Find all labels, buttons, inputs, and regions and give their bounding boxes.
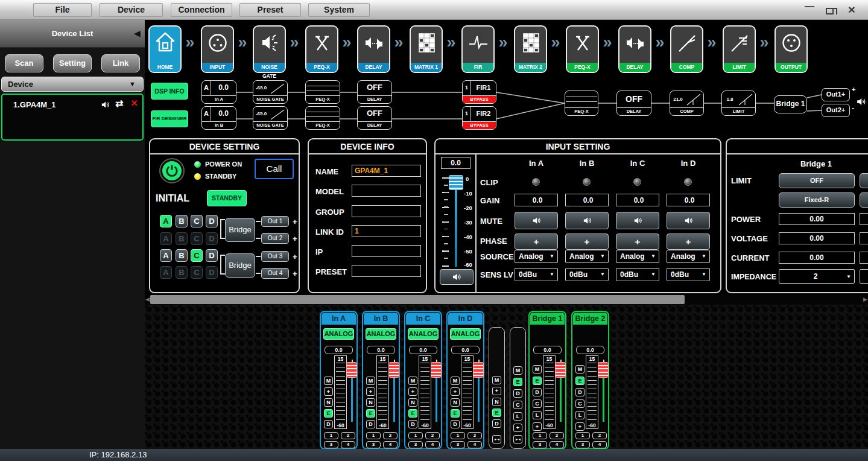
chain-tile-matrix2[interactable]: MATRIX 2 — [514, 25, 547, 73]
strip-gain-value[interactable]: 0.0 — [576, 346, 604, 354]
flow-noise-gate-a-block[interactable]: -65.0 NOISE GATE — [253, 80, 288, 104]
flow-peqx-b-block[interactable]: PEQ-X — [305, 106, 340, 130]
chain-tile-home[interactable]: HOME — [148, 25, 182, 73]
mute-button-d[interactable] — [667, 212, 710, 229]
limit-toggle-button[interactable]: OFF — [779, 173, 855, 188]
strip-e-button[interactable]: E — [366, 409, 375, 418]
strip-plus-button[interactable]: + — [324, 387, 333, 396]
strip-header[interactable]: Bridge 1 — [530, 313, 565, 325]
mute-button-c[interactable] — [616, 212, 659, 229]
scroll-left-icon[interactable]: ◀ — [145, 294, 150, 305]
channel-c-button[interactable]: C — [191, 215, 203, 227]
device-filter-dropdown[interactable]: Device ▼ — [1, 77, 144, 92]
strip-e-button[interactable]: E — [451, 409, 460, 418]
menu-device[interactable]: Device — [100, 3, 163, 17]
sens-select-b[interactable]: 0dBu▼ — [565, 268, 609, 281]
strip-l-button[interactable]: L — [513, 412, 522, 421]
strip-m-button[interactable]: M — [533, 365, 542, 374]
chain-tile-noise-gate[interactable]: NOISE GATE — [253, 25, 286, 73]
flow-input-a-block[interactable]: A 0.0 In A — [201, 80, 236, 104]
strip-n-button[interactable]: N — [492, 398, 501, 406]
limit-mode-button[interactable]: Fixed-R — [779, 192, 855, 208]
strip-plus-button[interactable]: + — [408, 387, 417, 396]
chain-tile-delay-out[interactable]: DELAY — [618, 25, 651, 73]
route-3-button[interactable]: 3 — [533, 441, 547, 448]
flow-comp-block[interactable]: 21.0 COMP — [670, 91, 704, 116]
gain-field-d[interactable] — [667, 194, 709, 206]
source-select-c[interactable]: Analog▼ — [616, 250, 659, 263]
strip-e-button[interactable]: E — [513, 378, 522, 386]
master-fader-value[interactable]: 0.0 — [441, 157, 470, 169]
minimize-icon[interactable]: — — [802, 1, 817, 12]
gain-field-a[interactable] — [515, 194, 557, 206]
strip-e-button[interactable]: E — [324, 409, 333, 418]
route-1-button[interactable]: 1 — [324, 432, 338, 439]
mute-button-a[interactable] — [515, 212, 558, 229]
flow-delay-a-block[interactable]: OFF DELAY — [357, 80, 392, 104]
source-select-a[interactable]: Analog▼ — [515, 250, 558, 263]
strip-gain-value[interactable]: 0.0 — [367, 346, 395, 354]
device-relink-icon[interactable]: ⇄ — [115, 98, 123, 109]
source-select-b[interactable]: Analog▼ — [565, 250, 609, 263]
strip-l-button[interactable]: L — [533, 411, 542, 419]
strip-e-button[interactable]: E — [492, 409, 501, 417]
strip-plus-button[interactable]: + — [533, 422, 542, 431]
strip-header[interactable]: In B — [364, 313, 398, 325]
scan-button[interactable]: Scan — [5, 54, 43, 72]
strip-c-button[interactable]: C — [533, 399, 542, 408]
strip-header[interactable]: In C — [406, 313, 440, 325]
route-1-button[interactable]: 1 — [533, 432, 547, 439]
call-button[interactable]: Call — [255, 159, 294, 179]
fader-handle[interactable] — [346, 362, 357, 378]
route-2-button[interactable]: 2 — [550, 432, 564, 439]
flow-noise-gate-b-block[interactable]: -65.0 NOISE GATE — [253, 106, 288, 130]
chain-tile-input[interactable]: INPUT — [201, 25, 234, 73]
menu-file[interactable]: File — [33, 3, 92, 17]
strip-plus-button[interactable]: + — [366, 387, 375, 396]
gain-field-b[interactable] — [566, 194, 608, 206]
channel-d-button[interactable]: D — [206, 215, 218, 227]
route-1-button[interactable]: 1 — [451, 432, 465, 439]
out2-button[interactable]: Out 2 — [261, 233, 289, 244]
strip-m-button[interactable]: M — [408, 377, 417, 385]
master-fader-handle[interactable] — [449, 175, 463, 190]
impedance-select-2[interactable] — [860, 269, 868, 284]
strip-n-button[interactable]: N — [366, 398, 375, 407]
flow-fir1-block[interactable]: 1 FIR1 BYPASS — [462, 80, 496, 104]
channel-b2-button[interactable]: B — [176, 249, 188, 262]
strip-d-button[interactable]: D — [366, 420, 375, 428]
menu-connection[interactable]: Connection — [171, 3, 232, 17]
strip-header[interactable]: In A — [322, 313, 356, 325]
fir-designer-button[interactable]: FIR DESIGNER — [151, 110, 188, 127]
phase-button-c[interactable]: + — [616, 234, 659, 250]
fader-handle[interactable] — [473, 362, 484, 378]
strip-e-button[interactable]: E — [533, 377, 542, 385]
strip-m-button[interactable]: M — [324, 377, 333, 385]
strip-d-button[interactable]: D — [575, 388, 584, 396]
model-field[interactable] — [352, 185, 420, 196]
out4-button[interactable]: Out 4 — [261, 268, 289, 279]
channel-b-button[interactable]: B — [176, 215, 188, 227]
strip-m-button[interactable]: M — [492, 376, 501, 384]
dsp-info-button[interactable]: DSP INFO — [151, 83, 188, 100]
route-1-button[interactable]: 1 — [575, 432, 590, 439]
chain-tile-delay-in[interactable]: DELAY — [357, 25, 390, 73]
route-3-button[interactable]: 3 — [408, 441, 423, 448]
fader-handle[interactable] — [598, 362, 609, 378]
strip-gain-value[interactable]: 0.0 — [325, 346, 353, 354]
strip-n-button[interactable]: N — [408, 398, 417, 407]
strip-plus-button[interactable]: + — [513, 424, 522, 432]
flow-out1-block[interactable]: Out1+ — [822, 88, 850, 101]
flow-peqx-out-block[interactable]: PEQ-X — [565, 91, 598, 116]
limit-toggle-button-2[interactable] — [860, 173, 868, 188]
bridge2-button[interactable]: Bridge — [225, 253, 255, 278]
strip-n-button[interactable]: N — [324, 398, 333, 407]
fader-handle[interactable] — [388, 362, 399, 378]
chain-tile-limit[interactable]: LIMIT — [723, 25, 756, 73]
strip-c-button[interactable]: C — [575, 399, 584, 408]
strip-m-button[interactable]: M — [513, 366, 522, 375]
fader-link-icon[interactable]: ►◄ — [513, 435, 522, 444]
sens-select-d[interactable]: 0dBu▼ — [667, 268, 710, 281]
route-2-button[interactable]: 2 — [383, 432, 398, 439]
device-mute-icon[interactable] — [100, 100, 110, 110]
